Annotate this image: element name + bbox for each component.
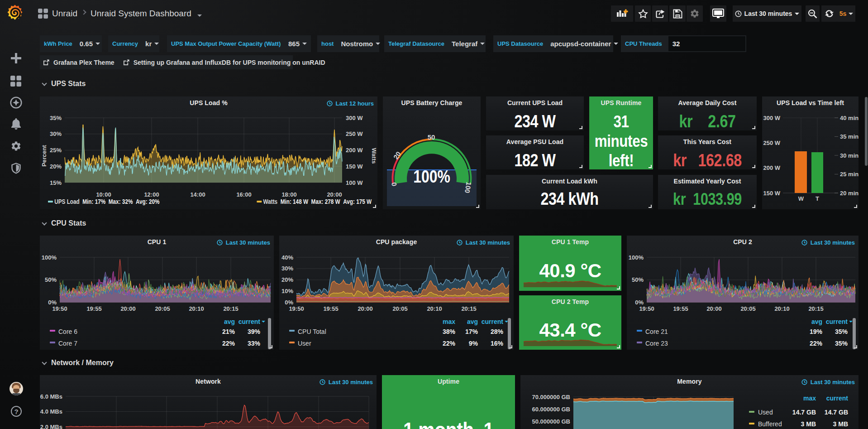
svg-text:250 W: 250 W: [763, 140, 780, 146]
svg-text:100%: 100%: [42, 254, 57, 261]
svg-text:20:05: 20:05: [392, 305, 407, 312]
svg-text:19:50: 19:50: [289, 305, 304, 312]
svg-text:20:00: 20:00: [327, 191, 342, 198]
svg-text:19:50: 19:50: [52, 305, 67, 312]
svg-text:19:50: 19:50: [639, 305, 654, 312]
svg-text:100%: 100%: [413, 167, 450, 186]
svg-text:100 W: 100 W: [346, 179, 363, 186]
svg-text:40%: 40%: [281, 254, 293, 261]
svg-text:20:10: 20:10: [427, 305, 442, 312]
svg-text:10:00: 10:00: [96, 191, 111, 198]
svg-text:18:00: 18:00: [281, 191, 296, 198]
svg-text:20:15: 20:15: [461, 305, 476, 312]
svg-text:20:00: 20:00: [120, 305, 135, 312]
svg-text:W: W: [798, 195, 804, 202]
svg-text:20:00: 20:00: [358, 305, 372, 312]
svg-text:Watts: Watts: [371, 148, 377, 164]
svg-text:15%: 15%: [50, 179, 62, 186]
svg-text:20:10: 20:10: [774, 305, 789, 312]
svg-text:14:00: 14:00: [190, 191, 205, 198]
svg-text:50: 50: [428, 133, 435, 141]
svg-text:19:55: 19:55: [86, 305, 101, 312]
svg-text:30 min: 30 min: [840, 152, 858, 159]
svg-text:150 W: 150 W: [763, 190, 780, 197]
svg-text:20%: 20%: [50, 163, 62, 170]
svg-text:30%: 30%: [50, 130, 62, 137]
svg-text:20%: 20%: [281, 276, 293, 283]
svg-text:300 W: 300 W: [346, 115, 363, 121]
svg-text:200 W: 200 W: [763, 164, 780, 171]
svg-text:250 W: 250 W: [346, 130, 363, 137]
svg-text:40 min: 40 min: [840, 115, 858, 121]
svg-text:150 W: 150 W: [346, 163, 363, 170]
svg-text:20:05: 20:05: [740, 305, 755, 312]
svg-text:19:55: 19:55: [323, 305, 338, 312]
svg-text:6.0 MBs: 6.0 MBs: [40, 393, 62, 400]
svg-text:20:05: 20:05: [155, 305, 170, 312]
svg-text:T: T: [816, 195, 819, 202]
svg-text:0%: 0%: [48, 299, 57, 306]
svg-text:19:55: 19:55: [673, 305, 688, 312]
svg-text:50%: 50%: [632, 276, 644, 283]
svg-text:Percent: Percent: [41, 145, 48, 166]
svg-text:60.000000 GB: 60.000000 GB: [532, 406, 570, 413]
svg-text:35 min: 35 min: [840, 133, 858, 140]
svg-text:50.000000 GB: 50.000000 GB: [532, 418, 570, 425]
svg-text:20:15: 20:15: [223, 305, 238, 312]
svg-text:0%: 0%: [285, 299, 293, 306]
svg-text:70.000000 GB: 70.000000 GB: [532, 394, 570, 400]
svg-text:16:00: 16:00: [236, 191, 251, 198]
svg-text:20:00: 20:00: [706, 305, 721, 312]
svg-text:100%: 100%: [629, 254, 644, 261]
svg-text:10%: 10%: [281, 288, 293, 294]
svg-text:300 W: 300 W: [763, 115, 780, 121]
svg-text:200 W: 200 W: [346, 147, 363, 154]
svg-text:0%: 0%: [635, 299, 644, 306]
svg-text:25 min: 25 min: [840, 171, 858, 178]
svg-text:35%: 35%: [50, 115, 62, 121]
svg-text:20:10: 20:10: [189, 305, 204, 312]
svg-text:2.0 MBs: 2.0 MBs: [40, 424, 62, 429]
svg-text:20:15: 20:15: [808, 305, 823, 312]
svg-text:20 min: 20 min: [840, 190, 858, 197]
svg-text:12:00: 12:00: [144, 191, 159, 198]
svg-text:25%: 25%: [50, 147, 62, 154]
svg-text:30%: 30%: [281, 265, 293, 272]
svg-text:50%: 50%: [45, 276, 57, 283]
svg-text:4.0 MBs: 4.0 MBs: [40, 408, 62, 415]
